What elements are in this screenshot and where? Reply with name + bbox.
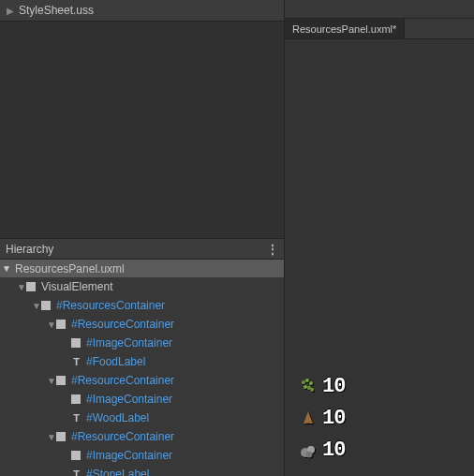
stylesheet-title: StyleSheet.uss xyxy=(19,4,94,17)
tree-row[interactable]: ▼VisualElement xyxy=(0,277,284,296)
tree-row-label: #WoodLabel xyxy=(86,411,149,424)
tree-root-label: ResourcesPanel.uxml xyxy=(15,262,125,275)
wood-icon xyxy=(298,408,318,428)
resource-wood: 10 xyxy=(298,405,345,431)
tab-bar: ResourcesPanel.uxml* xyxy=(285,19,474,39)
tree-row-label: #ImageContainer xyxy=(86,393,172,406)
stylesheet-expand-icon[interactable]: ▶ xyxy=(6,6,15,16)
tree-row-label: VisualElement xyxy=(41,280,113,293)
tree-row[interactable]: ▼#ResourceContainer xyxy=(0,315,284,334)
tree-row-label: #FoodLabel xyxy=(86,355,145,368)
left-column: ▶ StyleSheet.uss Hierarchy ⋮ ▼ Resources… xyxy=(0,0,285,476)
visualelement-icon xyxy=(56,432,66,441)
resources-container: 10 10 10 xyxy=(298,373,345,463)
tree-row-label: #StoneLabel xyxy=(86,468,149,476)
expand-icon[interactable]: ▼ xyxy=(47,432,56,442)
preview-canvas: 10 10 10 xyxy=(285,39,474,476)
tree-row-label: #ImageContainer xyxy=(86,449,172,462)
food-icon xyxy=(298,376,318,396)
visualelement-icon xyxy=(71,338,81,348)
stone-icon xyxy=(298,439,318,460)
more-icon[interactable]: ⋮ xyxy=(267,243,278,256)
tree-row[interactable]: ▼#ResourceContainer xyxy=(0,371,284,390)
tree-row-label: #ResourceContainer xyxy=(71,374,174,387)
wood-value: 10 xyxy=(322,407,345,430)
right-column: ResourcesPanel.uxml* 10 xyxy=(285,0,474,476)
hierarchy-title: Hierarchy xyxy=(6,243,53,256)
visualelement-icon xyxy=(71,394,81,404)
tree-row-label: #ImageContainer xyxy=(86,336,172,350)
visualelement-icon xyxy=(71,451,81,460)
hierarchy-header: Hierarchy ⋮ xyxy=(0,239,284,260)
tree-row[interactable]: ▼#ImageContainer xyxy=(0,446,284,465)
expand-icon[interactable]: ▼ xyxy=(47,376,56,386)
expand-icon[interactable]: ▼ xyxy=(47,320,56,330)
tree-row[interactable]: ▼T#StoneLabel xyxy=(0,465,284,476)
visualelement-icon xyxy=(56,376,66,385)
tree-row-label: #ResourcesContainer xyxy=(56,299,165,312)
textlabel-icon: T xyxy=(71,469,81,477)
hierarchy-tree: ▼ ResourcesPanel.uxml ▼VisualElement▼#Re… xyxy=(0,260,284,476)
expand-icon[interactable]: ▼ xyxy=(17,282,26,292)
stone-value: 10 xyxy=(322,439,345,462)
textlabel-icon: T xyxy=(71,357,81,367)
tree-root-row[interactable]: ▼ ResourcesPanel.uxml xyxy=(0,260,284,277)
svg-point-1 xyxy=(305,379,309,382)
tab-label: ResourcesPanel.uxml* xyxy=(292,23,396,35)
textlabel-icon: T xyxy=(71,413,81,424)
expand-icon[interactable]: ▼ xyxy=(32,301,41,311)
tree-row-label: #ResourceContainer xyxy=(71,318,174,331)
visualelement-icon xyxy=(41,301,51,310)
tree-row-label: #ResourceContainer xyxy=(71,430,174,443)
tab-resources-panel[interactable]: ResourcesPanel.uxml* xyxy=(285,19,405,38)
tree-root-expand-icon[interactable]: ▼ xyxy=(2,263,11,274)
tree-row[interactable]: ▼T#WoodLabel xyxy=(0,409,284,427)
food-value: 10 xyxy=(322,375,345,398)
tree-row[interactable]: ▼#ResourceContainer xyxy=(0,427,284,446)
stylesheet-bar[interactable]: ▶ StyleSheet.uss xyxy=(0,0,284,22)
resource-food: 10 xyxy=(298,373,345,399)
tree-row[interactable]: ▼#ResourcesContainer xyxy=(0,296,284,315)
visualelement-icon xyxy=(56,320,66,329)
svg-point-8 xyxy=(306,452,313,458)
stylesheet-preview-area xyxy=(0,22,284,239)
svg-point-2 xyxy=(309,381,313,385)
resource-stone: 10 xyxy=(298,437,345,463)
visualelement-icon xyxy=(26,282,36,291)
tree-row[interactable]: ▼#ImageContainer xyxy=(0,334,284,352)
tree-row[interactable]: ▼T#FoodLabel xyxy=(0,352,284,371)
tree-row[interactable]: ▼#ImageContainer xyxy=(0,390,284,409)
right-top-strip xyxy=(285,0,474,19)
